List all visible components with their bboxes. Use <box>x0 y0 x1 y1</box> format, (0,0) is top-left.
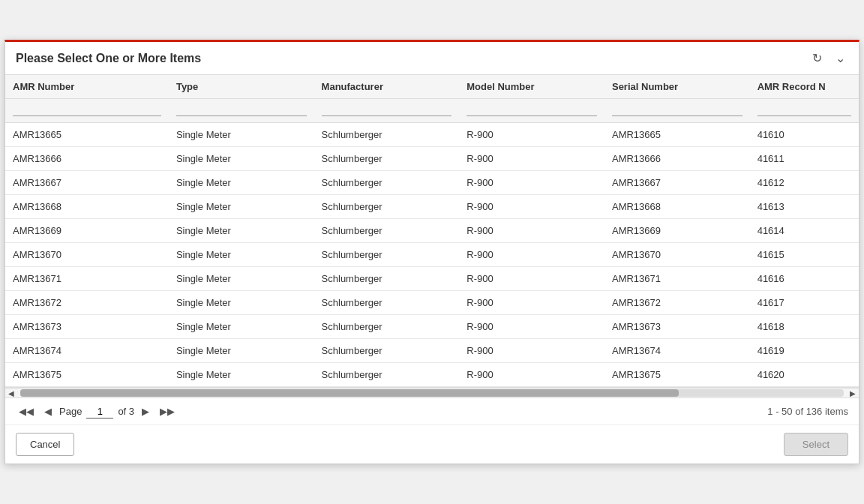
cell-serial_number: AMR13674 <box>604 339 750 363</box>
header-icons: ↻ ⌄ <box>809 50 848 67</box>
cell-type: Single Meter <box>169 363 314 387</box>
cell-amr_record: 41620 <box>750 363 859 387</box>
cell-amr_record: 41611 <box>750 147 859 171</box>
dialog-header: Please Select One or More Items ↻ ⌄ <box>5 42 859 75</box>
table-row[interactable]: AMR13671Single MeterSchlumbergerR-900AMR… <box>5 267 859 291</box>
cell-model_number: R-900 <box>459 219 604 243</box>
cell-type: Single Meter <box>169 339 314 363</box>
cell-type: Single Meter <box>169 219 314 243</box>
cell-amr_number: AMR13669 <box>5 219 169 243</box>
filter-amr-record[interactable] <box>758 102 851 116</box>
page-number-input[interactable] <box>86 405 113 418</box>
cell-serial_number: AMR13670 <box>604 243 750 267</box>
cell-amr_record: 41610 <box>750 123 859 147</box>
cell-manufacturer: Schlumberger <box>314 219 460 243</box>
cell-amr_record: 41616 <box>750 267 859 291</box>
table-row[interactable]: AMR13666Single MeterSchlumbergerR-900AMR… <box>5 147 859 171</box>
select-button[interactable]: Select <box>784 433 848 456</box>
filter-model-number[interactable] <box>466 102 597 116</box>
cell-manufacturer: Schlumberger <box>314 267 460 291</box>
cell-model_number: R-900 <box>459 363 604 387</box>
cell-model_number: R-900 <box>459 147 604 171</box>
col-header-serial-number: Serial Number <box>604 75 750 99</box>
table-row[interactable]: AMR13673Single MeterSchlumbergerR-900AMR… <box>5 315 859 339</box>
filter-type[interactable] <box>176 102 307 116</box>
collapse-button[interactable]: ⌄ <box>832 50 848 67</box>
table-row[interactable]: AMR13675Single MeterSchlumbergerR-900AMR… <box>5 363 859 387</box>
table-row[interactable]: AMR13669Single MeterSchlumbergerR-900AMR… <box>5 219 859 243</box>
cell-manufacturer: Schlumberger <box>314 243 460 267</box>
filter-manufacturer[interactable] <box>322 102 452 116</box>
prev-page-button[interactable]: ◀ <box>41 404 55 418</box>
col-header-manufacturer: Manufacturer <box>314 75 460 99</box>
cell-serial_number: AMR13667 <box>604 171 750 195</box>
table-row[interactable]: AMR13668Single MeterSchlumbergerR-900AMR… <box>5 195 859 219</box>
cell-model_number: R-900 <box>459 195 604 219</box>
cell-amr_number: AMR13671 <box>5 267 169 291</box>
next-page-button[interactable]: ▶ <box>139 404 152 418</box>
table-row[interactable]: AMR13674Single MeterSchlumbergerR-900AMR… <box>5 339 859 363</box>
cell-model_number: R-900 <box>459 243 604 267</box>
table-row[interactable]: AMR13665Single MeterSchlumbergerR-900AMR… <box>5 123 859 147</box>
cell-amr_record: 41619 <box>750 339 859 363</box>
table-body: AMR13665Single MeterSchlumbergerR-900AMR… <box>5 123 859 387</box>
cell-amr_number: AMR13667 <box>5 171 169 195</box>
cell-model_number: R-900 <box>459 339 604 363</box>
table-row[interactable]: AMR13670Single MeterSchlumbergerR-900AMR… <box>5 243 859 267</box>
cell-type: Single Meter <box>169 243 314 267</box>
cell-type: Single Meter <box>169 195 314 219</box>
cell-model_number: R-900 <box>459 123 604 147</box>
cell-amr_number: AMR13674 <box>5 339 169 363</box>
cell-amr_number: AMR13670 <box>5 243 169 267</box>
horizontal-scrollbar[interactable]: ◀ ▶ <box>5 388 859 398</box>
cell-serial_number: AMR13665 <box>604 123 750 147</box>
first-page-button[interactable]: ◀◀ <box>16 404 37 418</box>
cell-amr_number: AMR13668 <box>5 195 169 219</box>
pagination-left: ◀◀ ◀ Page of 3 ▶ ▶▶ <box>16 404 178 418</box>
cell-serial_number: AMR13668 <box>604 195 750 219</box>
cell-amr_number: AMR13675 <box>5 363 169 387</box>
cell-type: Single Meter <box>169 267 314 291</box>
cell-serial_number: AMR13673 <box>604 315 750 339</box>
cell-serial_number: AMR13675 <box>604 363 750 387</box>
dialog-title: Please Select One or More Items <box>16 52 201 65</box>
filter-amr-number[interactable] <box>13 102 161 116</box>
cell-amr_number: AMR13666 <box>5 147 169 171</box>
cell-amr_number: AMR13673 <box>5 315 169 339</box>
table-row[interactable]: AMR13667Single MeterSchlumbergerR-900AMR… <box>5 171 859 195</box>
table-row[interactable]: AMR13672Single MeterSchlumbergerR-900AMR… <box>5 291 859 315</box>
cell-amr_record: 41615 <box>750 243 859 267</box>
cell-amr_number: AMR13665 <box>5 123 169 147</box>
column-header-row: AMR Number Type Manufacturer Model Numbe… <box>5 75 859 99</box>
cell-amr_record: 41617 <box>750 291 859 315</box>
cell-type: Single Meter <box>169 315 314 339</box>
col-header-amr-record: AMR Record N <box>750 75 859 99</box>
cell-manufacturer: Schlumberger <box>314 123 460 147</box>
cell-type: Single Meter <box>169 171 314 195</box>
last-page-button[interactable]: ▶▶ <box>157 404 178 418</box>
cell-model_number: R-900 <box>459 291 604 315</box>
cell-manufacturer: Schlumberger <box>314 339 460 363</box>
page-label: Page <box>59 406 82 417</box>
col-header-amr-number: AMR Number <box>5 75 169 99</box>
pagination-bar: ◀◀ ◀ Page of 3 ▶ ▶▶ 1 - 50 of 136 items <box>5 398 859 425</box>
cell-amr_record: 41618 <box>750 315 859 339</box>
cell-type: Single Meter <box>169 123 314 147</box>
refresh-button[interactable]: ↻ <box>809 50 825 67</box>
dialog-footer: Cancel Select <box>5 425 859 464</box>
cell-amr_record: 41612 <box>750 171 859 195</box>
cell-amr_record: 41613 <box>750 195 859 219</box>
filter-serial-number[interactable] <box>612 102 742 116</box>
scroll-right-arrow[interactable]: ▶ <box>847 389 859 398</box>
scroll-left-arrow[interactable]: ◀ <box>5 389 17 398</box>
cell-type: Single Meter <box>169 291 314 315</box>
table-container: AMR Number Type Manufacturer Model Numbe… <box>5 75 859 388</box>
cell-type: Single Meter <box>169 147 314 171</box>
col-header-model-number: Model Number <box>459 75 604 99</box>
cell-manufacturer: Schlumberger <box>314 195 460 219</box>
cell-amr_number: AMR13672 <box>5 291 169 315</box>
select-dialog: Please Select One or More Items ↻ ⌄ AMR … <box>4 40 860 464</box>
cancel-button[interactable]: Cancel <box>16 433 74 456</box>
cell-model_number: R-900 <box>459 267 604 291</box>
scrollbar-thumb[interactable] <box>20 389 679 397</box>
